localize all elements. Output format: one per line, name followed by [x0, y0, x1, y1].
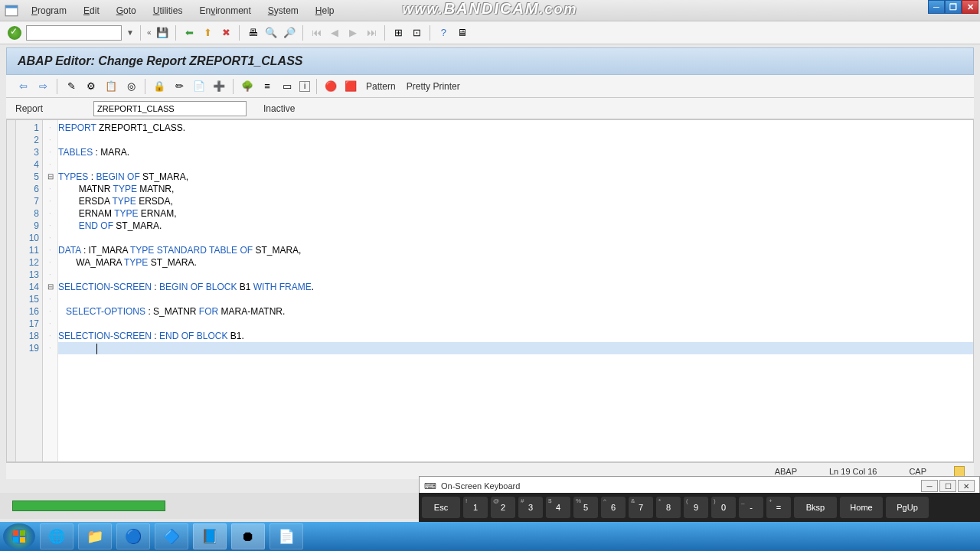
menu-environment[interactable]: Environment	[194, 4, 256, 18]
pretty-printer-button[interactable]: Pretty Printer	[403, 80, 463, 93]
activate-icon[interactable]: ◎	[123, 80, 139, 93]
report-label: Report	[15, 103, 84, 114]
other-object-icon[interactable]: ✎	[64, 80, 79, 93]
display-icon[interactable]: 📄	[191, 80, 207, 93]
insert-icon[interactable]: ➕	[211, 80, 227, 93]
key-2[interactable]: @2	[491, 497, 515, 518]
dropdown-icon[interactable]: ▼	[126, 28, 134, 37]
shortcut-icon[interactable]: ⊡	[410, 26, 423, 40]
key-home[interactable]: Home	[840, 497, 883, 518]
taskbar-chrome-icon[interactable]: 🔵	[116, 523, 150, 549]
find-next-icon[interactable]: 🔎	[283, 26, 296, 40]
app-icon	[5, 4, 18, 18]
ruler	[7, 120, 16, 461]
enhance-icon[interactable]: ⚙	[83, 80, 99, 93]
taskbar-app1-icon[interactable]: 🔷	[155, 523, 188, 549]
command-field[interactable]	[26, 25, 122, 41]
line-gutter: 12345678910111213141516171819	[16, 120, 43, 461]
progress-bar	[12, 500, 165, 511]
key-0[interactable]: )0	[711, 497, 736, 518]
title-bar: Program Edit Goto Utilities Environment …	[0, 0, 980, 21]
code-area[interactable]: REPORT ZREPORT1_CLASS. TABLES : MARA. TY…	[58, 120, 973, 461]
cancel-icon[interactable]: ✖	[219, 26, 233, 40]
taskbar-explorer-icon[interactable]: 📁	[78, 523, 112, 549]
watermark: www.BANDICAM.com	[402, 0, 577, 18]
menu-edit[interactable]: Edit	[78, 4, 105, 18]
status-position: Ln 19 Col 16	[825, 467, 881, 476]
menu-system[interactable]: System	[263, 4, 304, 18]
find-icon[interactable]: 🔍	[264, 26, 278, 40]
help-icon[interactable]: ?	[436, 26, 450, 40]
info-icon[interactable]: i	[299, 81, 310, 92]
first-page-icon[interactable]: ⏮	[309, 26, 323, 40]
chevron-left-icon[interactable]: «	[147, 28, 152, 37]
status-lang: ABAP	[770, 467, 802, 476]
start-button[interactable]	[3, 523, 35, 549]
arrow-right-icon[interactable]: ⇨	[35, 80, 51, 93]
key-bksp[interactable]: Bksp	[794, 497, 837, 518]
pattern-button[interactable]: Pattern	[363, 80, 399, 93]
report-name-input[interactable]	[93, 101, 247, 116]
key-5[interactable]: %5	[573, 497, 598, 518]
prev-page-icon[interactable]: ◀	[328, 26, 341, 40]
exit-icon[interactable]: ⬆	[201, 26, 214, 40]
print-icon[interactable]: 🖶	[246, 26, 260, 40]
menu-help[interactable]: Help	[310, 4, 340, 18]
minimize-button[interactable]: ─	[928, 0, 945, 14]
app-toolbar: ⇦ ⇨ ✎ ⚙ 📋 ◎ 🔒 ✏ 📄 ➕ 🌳 ≡ ▭ i 🔴 🟥 Pattern …	[6, 75, 974, 98]
back-icon[interactable]: ⬅	[182, 26, 196, 40]
window-buttons: ─ ❐ ✕	[928, 0, 978, 14]
key-esc[interactable]: Esc	[422, 497, 460, 518]
status-indicator-icon	[954, 466, 965, 477]
next-page-icon[interactable]: ▶	[346, 26, 360, 40]
taskbar-bandicam-icon[interactable]: ⏺	[231, 523, 265, 549]
fold-gutter: ····⊟········⊟·····	[43, 120, 58, 461]
osk-close-button[interactable]: ✕	[958, 480, 975, 492]
bp-session-icon[interactable]: 🔴	[323, 80, 338, 93]
key-pgup[interactable]: PgUp	[886, 497, 929, 518]
menu-goto[interactable]: Goto	[111, 4, 142, 18]
save-icon[interactable]: 💾	[155, 26, 169, 40]
code-editor[interactable]: 12345678910111213141516171819 ····⊟·····…	[6, 119, 974, 462]
layout-icon[interactable]: 🖥	[455, 26, 469, 40]
svg-rect-1	[5, 5, 18, 8]
where-used-icon[interactable]: ✏	[172, 80, 187, 93]
check-icon[interactable]: 📋	[103, 80, 119, 93]
breakpoint-icon[interactable]: ▭	[279, 80, 295, 93]
key--[interactable]: _-	[739, 497, 763, 518]
arrow-left-icon[interactable]: ⇦	[15, 80, 31, 93]
menu-utilities[interactable]: Utilities	[148, 4, 188, 18]
standard-toolbar: ▼ « 💾 ⬅ ⬆ ✖ 🖶 🔍 🔎 ⏮ ◀ ▶ ⏭ ⊞ ⊡ ? 🖥	[0, 21, 980, 44]
set-icon[interactable]: ≡	[260, 80, 275, 93]
key-6[interactable]: ^6	[601, 497, 626, 518]
osk-title-text: On-Screen Keyboard	[441, 481, 520, 491]
key-3[interactable]: #3	[518, 497, 543, 518]
close-button[interactable]: ✕	[962, 0, 978, 14]
on-screen-keyboard[interactable]: Esc!1@2#3$4%5^6&7*8(9)0_-+=BkspHomePgUp	[419, 493, 980, 522]
key-4[interactable]: $4	[546, 497, 570, 518]
key-9[interactable]: (9	[684, 497, 708, 518]
maximize-button[interactable]: ❐	[945, 0, 962, 14]
osk-maximize-button[interactable]: ☐	[939, 480, 956, 492]
report-status: Inactive	[263, 103, 295, 114]
enter-icon[interactable]	[8, 26, 21, 40]
bp-external-icon[interactable]: 🟥	[343, 80, 358, 93]
svg-rect-5	[13, 537, 18, 543]
last-page-icon[interactable]: ⏭	[364, 26, 378, 40]
key-=[interactable]: +=	[766, 497, 791, 518]
page-title: ABAP Editor: Change Report ZREPORT1_CLAS…	[6, 47, 974, 75]
key-8[interactable]: *8	[656, 497, 681, 518]
key-7[interactable]: &7	[629, 497, 653, 518]
hierarchy-icon[interactable]: 🌳	[240, 80, 255, 93]
taskbar-word-icon[interactable]: 📄	[270, 523, 303, 549]
key-1[interactable]: !1	[463, 497, 488, 518]
test-icon[interactable]: 🔒	[152, 80, 167, 93]
menu-program[interactable]: Program	[26, 4, 72, 18]
taskbar-sap-icon[interactable]: 📘	[193, 523, 227, 549]
new-session-icon[interactable]: ⊞	[391, 26, 405, 40]
report-bar: Report Inactive	[6, 98, 974, 119]
taskbar[interactable]: 🌐 📁 🔵 🔷 📘 ⏺ 📄	[0, 522, 980, 551]
svg-rect-6	[20, 537, 25, 543]
taskbar-ie-icon[interactable]: 🌐	[40, 523, 74, 549]
osk-minimize-button[interactable]: ─	[921, 480, 938, 492]
